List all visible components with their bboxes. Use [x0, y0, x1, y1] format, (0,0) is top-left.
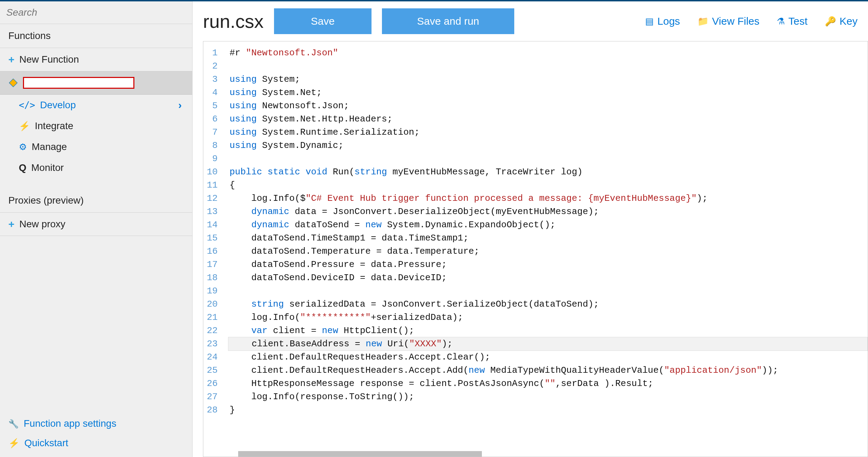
keys-link[interactable]: 🔑 Key: [825, 15, 858, 27]
code-icon: </>: [19, 100, 35, 110]
save-button[interactable]: Save: [274, 8, 372, 34]
bolt-icon: [19, 120, 30, 132]
integrate-label: Integrate: [35, 120, 73, 132]
develop-label: Develop: [40, 100, 76, 111]
sidebar-sub-develop[interactable]: </> Develop ›: [0, 95, 192, 116]
test-link[interactable]: ⚗ Test: [777, 15, 807, 27]
plus-icon: +: [8, 54, 15, 65]
quickstart-link[interactable]: Quickstart: [8, 438, 184, 449]
new-proxy-item[interactable]: + New proxy: [0, 213, 192, 236]
monitor-label: Monitor: [31, 162, 64, 173]
bolt-icon: [8, 438, 19, 449]
sidebar-footer: Function app settings Quickstart: [0, 415, 192, 457]
key-icon: 🔑: [825, 16, 836, 27]
wrench-icon: [8, 418, 19, 429]
chevron-right-icon: ›: [178, 99, 182, 111]
sidebar: Functions + New Function </> Develop › I…: [0, 1, 193, 457]
search-icon: Q: [19, 162, 26, 173]
code-editor[interactable]: 1234567891011121314151617181920212223242…: [203, 41, 868, 457]
quickstart-label: Quickstart: [24, 438, 68, 449]
folder-icon: 📁: [697, 16, 709, 27]
logs-icon: ▤: [645, 16, 654, 27]
sidebar-sub-manage[interactable]: Manage: [0, 136, 192, 157]
functions-header[interactable]: Functions: [0, 24, 192, 48]
save-and-run-button[interactable]: Save and run: [382, 8, 514, 34]
view-files-link[interactable]: 📁 View Files: [697, 15, 759, 27]
view-files-label: View Files: [712, 15, 759, 27]
file-title: run.csx: [203, 10, 264, 32]
test-label: Test: [788, 15, 807, 27]
sidebar-sub-integrate[interactable]: Integrate: [0, 116, 192, 136]
logs-link[interactable]: ▤ Logs: [645, 15, 680, 27]
manage-label: Manage: [32, 141, 67, 152]
search-box: [0, 1, 192, 24]
new-function-item[interactable]: + New Function: [0, 48, 192, 71]
flask-icon: ⚗: [777, 16, 785, 27]
new-function-label: New Function: [19, 54, 79, 65]
horizontal-scrollbar[interactable]: [238, 451, 482, 457]
plus-icon: +: [8, 218, 15, 230]
function-name-input[interactable]: [23, 77, 134, 89]
proxies-header[interactable]: Proxies (preview): [0, 189, 192, 213]
function-icon: [8, 78, 18, 88]
code-area[interactable]: #r "Newtonsoft.Json" using System;using …: [225, 41, 868, 457]
content-area: run.csx Save Save and run ▤ Logs 📁 View …: [193, 1, 868, 457]
line-number-gutter: 1234567891011121314151617181920212223242…: [203, 41, 225, 457]
current-function-item[interactable]: [0, 71, 192, 95]
logs-label: Logs: [657, 15, 680, 27]
search-input[interactable]: [6, 7, 186, 18]
sidebar-sub-monitor[interactable]: Q Monitor: [0, 157, 192, 178]
gear-icon: [19, 141, 27, 152]
new-proxy-label: New proxy: [19, 219, 65, 230]
svg-marker-0: [9, 79, 17, 87]
function-app-settings-link[interactable]: Function app settings: [8, 418, 184, 429]
content-header: run.csx Save Save and run ▤ Logs 📁 View …: [193, 1, 868, 38]
function-app-settings-label: Function app settings: [24, 418, 116, 429]
keys-label: Key: [839, 15, 858, 27]
